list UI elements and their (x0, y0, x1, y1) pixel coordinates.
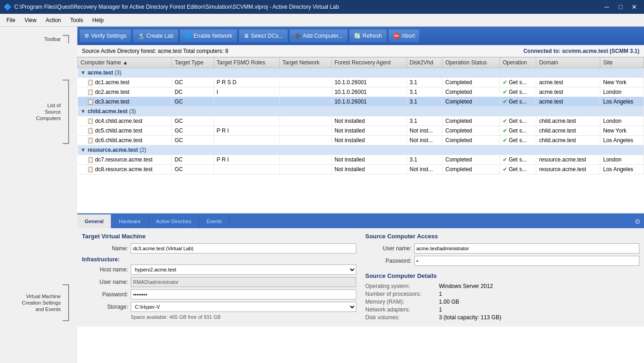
cell-type: GC (172, 97, 214, 107)
name-input[interactable] (131, 243, 356, 254)
menu-help[interactable]: Help (88, 15, 109, 25)
src-user-input[interactable] (414, 243, 640, 254)
cell-network (279, 78, 331, 87)
user-label: User name: (82, 279, 128, 285)
table-row[interactable]: 📋dc6.child.acme.testGCNot installedNot i… (78, 136, 644, 145)
close-button[interactable]: ✕ (628, 1, 640, 13)
cell-type: DC (172, 155, 214, 165)
status-left: Source Active Directory forest: acme.tes… (82, 48, 228, 54)
cell-network (279, 97, 331, 107)
cell-type: GC (172, 136, 214, 145)
cell-operation: ✔ Get s... (499, 87, 536, 97)
cell-type: DC (172, 87, 214, 97)
storage-select[interactable]: C:\Hyper-V (131, 302, 356, 312)
table-row[interactable]: 📋dc7.resource.acme.testDCP R INot instal… (78, 155, 644, 165)
toolbar: ⚙ Verify Settings 🔬 Create Lab 🌐 Enable … (77, 27, 644, 45)
cell-disk2vhd: Not inst... (406, 136, 442, 145)
menu-view[interactable]: View (20, 15, 41, 25)
col-target-type[interactable]: Target Type (172, 58, 214, 68)
tab-active-directory[interactable]: Active Directory (149, 214, 199, 228)
cell-domain: resource.acme.test (536, 165, 600, 174)
cell-agent: Not installed (331, 165, 406, 174)
group-row[interactable]: ▼child.acme.test (3) (78, 107, 644, 116)
status-bar: Source Active Directory forest: acme.tes… (77, 45, 644, 57)
add-computer-button[interactable]: ➕ Add Computer... (289, 29, 348, 43)
select-dcs-button[interactable]: 🖥 Select DCs... (238, 29, 288, 43)
cell-network (279, 116, 331, 126)
tab-general[interactable]: General (77, 214, 111, 228)
col-site[interactable]: Site (600, 58, 644, 68)
cell-op-status: Completed (442, 136, 499, 145)
enable-network-button[interactable]: 🌐 Enable Network (180, 29, 238, 43)
table-row[interactable]: 📋dc4.child.acme.testGCNot installed3.1Co… (78, 116, 644, 126)
abort-icon: ⛔ (393, 33, 400, 39)
cell-agent: 10.1.0.26001 (331, 78, 406, 87)
cell-site: New York (600, 78, 644, 87)
src-password-input[interactable] (414, 256, 640, 266)
table-row[interactable]: 📋dc8.resource.acme.testGCNot installedNo… (78, 165, 644, 174)
title-bar: 🔷 C:\Program Files\Quest\Recovery Manage… (0, 0, 644, 14)
user-input[interactable] (131, 277, 356, 287)
col-agent[interactable]: Forest Recovery Agent (331, 58, 406, 68)
src-user-row: User name: (366, 243, 640, 254)
cell-agent: Not installed (331, 126, 406, 136)
cell-domain: acme.test (536, 78, 600, 87)
expand-button[interactable]: ⊙ (631, 218, 644, 225)
cell-name: 📋dc7.resource.acme.test (78, 155, 172, 165)
cell-disk2vhd: 3.1 (406, 155, 442, 165)
maximize-button[interactable]: □ (615, 1, 627, 13)
refresh-icon: 🔄 (354, 33, 361, 39)
cell-agent: Not installed (331, 116, 406, 126)
form-area: Target Virtual Machine Name: Infrastruct… (77, 228, 644, 327)
group-row[interactable]: ▼resource.acme.test (2) (78, 145, 644, 155)
toolbar-label: Toolbar (44, 36, 61, 42)
cell-disk2vhd: 3.1 (406, 116, 442, 126)
cell-domain: child.acme.test (536, 136, 600, 145)
host-select[interactable]: hyperv2.acme.test (131, 265, 356, 275)
col-computer-name[interactable]: Computer Name ▲ (78, 58, 172, 68)
table-row[interactable]: 📋dc3.acme.testGC10.1.0.260013.1Completed… (78, 97, 644, 107)
cell-operation: ✔ Get s... (499, 97, 536, 107)
cell-agent: Not installed (331, 136, 406, 145)
tab-events[interactable]: Events (199, 214, 230, 228)
table-row[interactable]: 📋dc2.acme.testDCI10.1.0.260013.1Complete… (78, 87, 644, 97)
cell-network (279, 136, 331, 145)
computer-table[interactable]: Computer Name ▲ Target Type Target FSMO … (77, 57, 644, 213)
menu-action[interactable]: Action (41, 15, 65, 25)
password-row: Password: (82, 289, 356, 300)
cell-type: GC (172, 165, 214, 174)
abort-button[interactable]: ⛔ Abort (388, 29, 420, 43)
col-network[interactable]: Target Network (279, 58, 331, 68)
cell-operation: ✔ Get s... (499, 165, 536, 174)
menu-file[interactable]: File (2, 15, 20, 25)
source-details: Operating system: Windows Server 2012 Nu… (366, 283, 640, 321)
create-lab-button[interactable]: 🔬 Create Lab (133, 29, 179, 43)
menu-tools[interactable]: Tools (66, 15, 88, 25)
table-row[interactable]: 📋dc5.child.acme.testGCP R INot installed… (78, 126, 644, 136)
refresh-button[interactable]: 🔄 Refresh (349, 29, 387, 43)
col-op-status[interactable]: Operation Status (442, 58, 499, 68)
table-row[interactable]: 📋dc1.acme.testGCP R S D10.1.0.260013.1Co… (78, 78, 644, 87)
group-row[interactable]: ▼acme.test (3) (78, 68, 644, 78)
col-operation[interactable]: Operation (499, 58, 536, 68)
name-label: Name: (82, 245, 128, 252)
cell-op-status: Completed (442, 116, 499, 126)
col-fsmo[interactable]: Target FSMO Roles (214, 58, 279, 68)
verify-settings-button[interactable]: ⚙ Verify Settings (79, 29, 132, 43)
cell-operation: ✔ Get s... (499, 136, 536, 145)
cell-op-status: Completed (442, 78, 499, 87)
detail-ram: Memory (RAM): 1.00 GB (366, 299, 640, 305)
tab-hardware[interactable]: Hardware (111, 214, 149, 228)
form-right: Source Computer Access User name: Passwo… (366, 233, 640, 322)
minimize-button[interactable]: ─ (601, 1, 613, 13)
col-disk2vhd[interactable]: Disk2Vhd (406, 58, 442, 68)
cell-op-status: Completed (442, 155, 499, 165)
col-domain[interactable]: Domain (536, 58, 600, 68)
detail-os: Operating system: Windows Server 2012 (366, 283, 640, 289)
cell-site: New York (600, 126, 644, 136)
tab-bar: General Hardware Active Directory Events… (77, 214, 644, 228)
app-icon: 🔷 (4, 3, 12, 11)
infra-title: Infrastructure: (82, 256, 356, 263)
cell-operation: ✔ Get s... (499, 155, 536, 165)
password-input[interactable] (131, 289, 356, 300)
